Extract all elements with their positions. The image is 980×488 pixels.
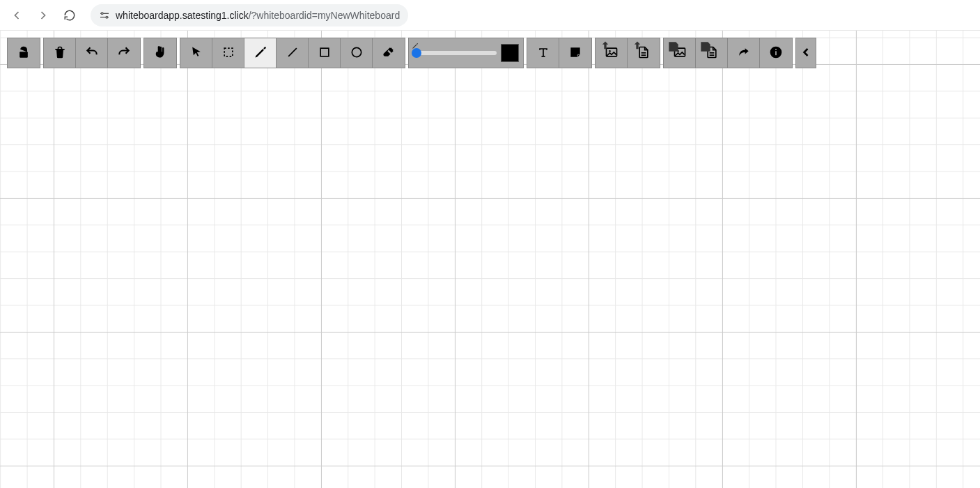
pencil-mini-icon	[412, 40, 419, 47]
save-badge-icon	[667, 40, 674, 47]
marquee-icon	[221, 45, 235, 61]
url-text: whiteboardapp.satesting1.click/?whiteboa…	[116, 10, 400, 21]
eraser-tool-button[interactable]	[373, 38, 405, 68]
svg-rect-6	[20, 52, 28, 57]
redo-icon	[117, 45, 131, 61]
undo-icon	[85, 45, 99, 61]
share-button[interactable]	[728, 38, 760, 68]
svg-rect-21	[775, 49, 777, 50]
trash-icon	[53, 45, 67, 61]
toolbar	[7, 38, 816, 68]
browser-forward-button[interactable]	[32, 4, 54, 26]
info-button[interactable]	[760, 38, 792, 68]
upload-file-button[interactable]	[628, 38, 660, 68]
lock-button[interactable]	[8, 38, 40, 68]
browser-address-bar: whiteboardapp.satesting1.click/?whiteboa…	[0, 0, 980, 31]
svg-rect-9	[320, 48, 329, 56]
pan-tool-button[interactable]	[144, 38, 176, 68]
line-tool-button[interactable]	[277, 38, 309, 68]
site-settings-icon[interactable]	[99, 10, 110, 21]
upload-badge-icon	[630, 40, 637, 47]
clear-button[interactable]	[44, 38, 76, 68]
thickness-group	[408, 38, 524, 68]
circle-tool-button[interactable]	[341, 38, 373, 68]
collapse-toolbar-button[interactable]	[796, 38, 816, 68]
pencil-icon	[254, 45, 267, 61]
address-bar[interactable]: whiteboardapp.satesting1.click/?whiteboa…	[91, 4, 408, 26]
svg-rect-20	[775, 51, 777, 55]
sticky-note-icon	[568, 45, 582, 61]
line-icon	[286, 45, 300, 61]
chevron-left-icon	[799, 45, 813, 61]
upload-image-button[interactable]	[596, 38, 628, 68]
circle-icon	[350, 45, 364, 61]
slider-thumb[interactable]	[412, 48, 421, 58]
sticky-note-button[interactable]	[559, 38, 591, 68]
svg-line-8	[288, 48, 297, 56]
hand-icon	[153, 45, 167, 61]
rect-tool-button[interactable]	[309, 38, 341, 68]
pointer-icon	[189, 45, 203, 61]
info-icon	[769, 45, 783, 61]
save-image-button[interactable]	[664, 38, 696, 68]
color-picker[interactable]	[501, 44, 519, 62]
text-icon	[536, 45, 550, 61]
browser-reload-button[interactable]	[59, 4, 81, 26]
pen-tool-button[interactable]	[244, 38, 277, 68]
svg-rect-7	[224, 48, 233, 56]
svg-point-10	[352, 47, 361, 56]
svg-point-3	[106, 16, 108, 18]
pointer-tool-button[interactable]	[180, 38, 212, 68]
marquee-tool-button[interactable]	[212, 38, 244, 68]
thickness-slider[interactable]	[413, 51, 497, 55]
save-badge-icon	[699, 40, 706, 47]
text-tool-button[interactable]	[527, 38, 559, 68]
share-icon	[737, 45, 751, 61]
whiteboard-canvas[interactable]	[0, 31, 980, 488]
redo-button[interactable]	[108, 38, 140, 68]
svg-point-0	[101, 13, 103, 15]
save-file-button[interactable]	[696, 38, 728, 68]
upload-badge-icon	[598, 40, 605, 47]
browser-back-button[interactable]	[6, 4, 28, 26]
eraser-icon	[382, 45, 396, 61]
square-icon	[318, 45, 332, 61]
undo-button[interactable]	[76, 38, 108, 68]
